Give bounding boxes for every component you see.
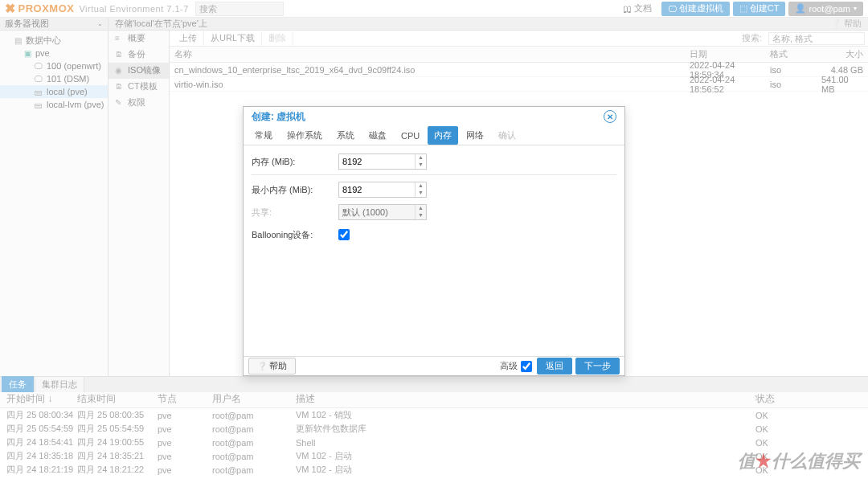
ballooning-label: Ballooning设备: xyxy=(252,229,338,241)
modal-title-bar[interactable]: 创建: 虚拟机 ✕ xyxy=(244,107,624,126)
spin-down-icon[interactable]: ▼ xyxy=(416,190,426,197)
tab-confirm: 确认 xyxy=(492,126,522,145)
tab-system[interactable]: 系统 xyxy=(330,126,361,145)
spin-up-icon[interactable]: ▲ xyxy=(416,182,426,190)
tab-memory[interactable]: 内存 xyxy=(428,126,458,145)
minmem-row: 最小内存 (MiB): ▲▼ xyxy=(252,180,616,199)
memory-spinner[interactable]: ▲▼ xyxy=(338,153,427,170)
minmem-spinner[interactable]: ▲▼ xyxy=(338,182,427,198)
shares-row: 共享: ▲▼ xyxy=(252,203,616,222)
tab-os[interactable]: 操作系统 xyxy=(280,126,329,145)
close-icon[interactable]: ✕ xyxy=(604,110,616,123)
tab-network[interactable]: 网络 xyxy=(460,126,490,145)
help-icon: ❔ xyxy=(257,362,267,370)
spin-up-icon[interactable]: ▲ xyxy=(416,154,426,162)
tab-cpu[interactable]: CPU xyxy=(395,128,426,144)
wizard-tabs: 常规 操作系统 系统 磁盘 CPU 内存 网络 确认 xyxy=(244,126,624,145)
ballooning-checkbox[interactable] xyxy=(338,229,350,240)
modal-footer: ❔帮助 高级 返回 下一步 xyxy=(244,356,624,375)
memory-input[interactable] xyxy=(339,157,415,166)
spin-down-icon: ▼ xyxy=(416,212,426,219)
next-button[interactable]: 下一步 xyxy=(575,358,620,375)
ballooning-row: Ballooning设备: xyxy=(252,225,616,244)
memory-row: 内存 (MiB): ▲▼ xyxy=(252,152,616,171)
spin-up-icon: ▲ xyxy=(416,205,426,212)
back-button[interactable]: 返回 xyxy=(537,358,572,375)
modal-title-text: 创建: 虚拟机 xyxy=(252,110,305,124)
advanced-toggle[interactable]: 高级 xyxy=(500,360,532,372)
minmem-input[interactable] xyxy=(339,185,415,194)
modal-help-button[interactable]: ❔帮助 xyxy=(248,358,296,375)
shares-label: 共享: xyxy=(252,207,338,219)
tab-general[interactable]: 常规 xyxy=(248,126,279,145)
modal-body: 内存 (MiB): ▲▼ 最小内存 (MiB): ▲▼ 共享: ▲▼ Ballo… xyxy=(244,145,624,356)
spin-down-icon[interactable]: ▼ xyxy=(416,162,426,169)
minmem-label: 最小内存 (MiB): xyxy=(252,184,338,196)
memory-label: 内存 (MiB): xyxy=(252,156,338,168)
create-vm-modal: 创建: 虚拟机 ✕ 常规 操作系统 系统 磁盘 CPU 内存 网络 确认 内存 … xyxy=(243,106,625,376)
advanced-checkbox[interactable] xyxy=(521,361,532,372)
shares-spinner: ▲▼ xyxy=(338,204,427,220)
tab-disk[interactable]: 磁盘 xyxy=(362,126,393,145)
shares-input xyxy=(339,207,415,217)
